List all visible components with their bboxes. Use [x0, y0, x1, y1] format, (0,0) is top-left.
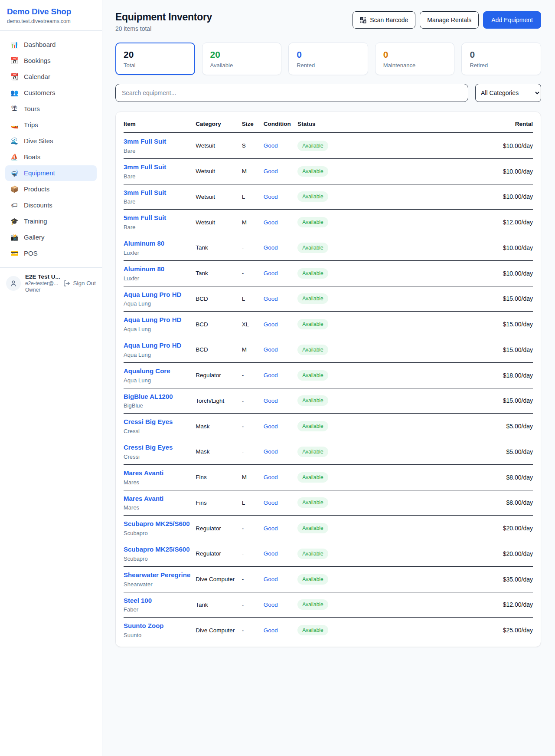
trips-icon: 🚤 [10, 121, 19, 129]
stat-card-retired[interactable]: 0 Retired [461, 43, 541, 75]
item-condition-link[interactable]: Good [264, 474, 278, 480]
scan-barcode-button[interactable]: Scan Barcode [353, 11, 415, 29]
sidebar-item-gallery[interactable]: 📸 Gallery [5, 230, 97, 245]
sidebar-item-products[interactable]: 📦 Products [5, 181, 97, 197]
bookings-icon: 📅 [10, 57, 19, 65]
logout-icon [63, 280, 70, 287]
item-condition-link[interactable]: Good [264, 550, 278, 557]
sidebar-item-boats[interactable]: ⛵ Boats [5, 149, 97, 165]
item-name-link[interactable]: Cressi Big Eyes [124, 444, 196, 452]
item-name-link[interactable]: Aqua Lung Pro HD [124, 291, 196, 299]
item-rental: $10.00/day [366, 260, 533, 286]
item-name-link[interactable]: Scubapro MK25/S600 [124, 520, 196, 528]
item-brand: Aqua Lung [124, 352, 196, 358]
item-size: - [242, 618, 264, 643]
item-condition-link[interactable]: Good [264, 448, 278, 455]
sidebar-item-trips[interactable]: 🚤 Trips [5, 117, 97, 133]
item-name-link[interactable]: Aqualung Core [124, 367, 196, 375]
item-size: - [242, 388, 264, 414]
sidebar-item-label: Tours [24, 105, 40, 113]
sidebar-item-customers[interactable]: 👥 Customers [5, 85, 97, 101]
item-name-link[interactable]: Mares Avanti [124, 469, 196, 477]
item-condition-link[interactable]: Good [264, 346, 278, 353]
item-name-link[interactable]: Scubapro MK25/S600 [124, 546, 196, 554]
item-name-link[interactable]: BigBlue AL1200 [124, 393, 196, 401]
sidebar-item-dive-sites[interactable]: 🌊 Dive Sites [5, 133, 97, 149]
item-brand: Bare [124, 198, 196, 205]
item-rental: $15.00/day [366, 337, 533, 363]
search-input[interactable] [115, 84, 468, 102]
item-condition-link[interactable]: Good [264, 602, 278, 608]
item-category: Tank [196, 235, 242, 261]
sign-out-button[interactable]: Sign Out [63, 280, 96, 287]
item-name-link[interactable]: Aluminum 80 [124, 265, 196, 273]
item-name-link[interactable]: Mares Avanti [124, 495, 196, 503]
brand-domain: demo.test.divestreams.com [7, 18, 95, 24]
item-name-link[interactable]: Cressi Big Eyes [124, 418, 196, 426]
item-condition-link[interactable]: Good [264, 627, 278, 634]
item-rental: $8.00/day [366, 464, 533, 490]
sidebar-item-pos[interactable]: 💳 POS [5, 246, 97, 261]
table-row: Cressi Big Eyes Cressi Mask - Good Avail… [124, 414, 533, 439]
sidebar-item-discounts[interactable]: 🏷 Discounts [5, 197, 97, 213]
item-category: Wetsuit [196, 158, 242, 184]
item-brand: Scubapro [124, 555, 196, 562]
stat-label-maintenance: Maintenance [383, 62, 447, 69]
item-name-link[interactable]: Suunto Zoop [124, 622, 196, 630]
item-name-link[interactable]: Aqua Lung Pro HD [124, 342, 196, 350]
sidebar-item-equipment[interactable]: 🤿 Equipment [5, 165, 97, 181]
item-condition-link[interactable]: Good [264, 500, 278, 506]
item-category: Regulator [196, 362, 242, 388]
item-name-link[interactable]: Aluminum 80 [124, 240, 196, 248]
manage-rentals-button[interactable]: Manage Rentals [420, 11, 479, 29]
item-name-link[interactable]: 3mm Full Suit [124, 138, 196, 146]
item-condition-link[interactable]: Good [264, 296, 278, 302]
item-rental: $25.00/day [366, 618, 533, 643]
equipment-icon: 🤿 [10, 169, 19, 177]
item-size: XL [242, 312, 264, 337]
sidebar-item-bookings[interactable]: 📅 Bookings [5, 53, 97, 69]
item-condition-link[interactable]: Good [264, 576, 278, 582]
stat-card-available[interactable]: 20 Available [202, 43, 282, 75]
user-name: E2E Test U... [25, 273, 59, 280]
category-select[interactable]: All Categories [475, 84, 541, 102]
sidebar-item-label: POS [24, 250, 38, 257]
sidebar-item-label: Trips [24, 121, 38, 129]
sidebar-item-dashboard[interactable]: 📊 Dashboard [5, 37, 97, 53]
item-condition-link[interactable]: Good [264, 321, 278, 328]
stat-value-available: 20 [210, 49, 274, 60]
status-badge: Available [297, 293, 328, 304]
status-badge: Available [297, 549, 328, 559]
status-badge: Available [297, 395, 328, 406]
brand-title[interactable]: Demo Dive Shop [7, 7, 95, 16]
item-condition-link[interactable]: Good [264, 270, 278, 276]
item-name-link[interactable]: 5mm Full Suit [124, 214, 196, 222]
item-condition-link[interactable]: Good [264, 244, 278, 251]
item-name-link[interactable]: Aqua Lung Pro HD [124, 316, 196, 324]
item-brand: Aqua Lung [124, 377, 196, 384]
sidebar-item-training[interactable]: 🎓 Training [5, 214, 97, 229]
add-equipment-button[interactable]: Add Equipment [483, 11, 541, 29]
item-rental: $12.00/day [366, 210, 533, 235]
item-name-link[interactable]: 3mm Full Suit [124, 163, 196, 171]
item-condition-link[interactable]: Good [264, 219, 278, 226]
sidebar-item-tours[interactable]: 🏝 Tours [5, 101, 97, 117]
stat-card-maintenance[interactable]: 0 Maintenance [375, 43, 455, 75]
item-condition-link[interactable]: Good [264, 194, 278, 200]
main-content: Equipment Inventory 20 items total [102, 0, 555, 647]
item-condition-link[interactable]: Good [264, 372, 278, 378]
stat-card-total[interactable]: 20 Total [115, 43, 195, 75]
stat-card-rented[interactable]: 0 Rented [288, 43, 368, 75]
sidebar-item-calendar[interactable]: 📆 Calendar [5, 69, 97, 85]
item-condition-link[interactable]: Good [264, 398, 278, 404]
item-condition-link[interactable]: Good [264, 168, 278, 174]
item-name-link[interactable]: Shearwater Peregrine [124, 571, 196, 579]
sidebar-item-label: Customers [24, 89, 56, 97]
item-rental: $12.00/day [366, 592, 533, 618]
item-category: Mask [196, 414, 242, 439]
item-condition-link[interactable]: Good [264, 142, 278, 149]
item-name-link[interactable]: Steel 100 [124, 597, 196, 605]
item-condition-link[interactable]: Good [264, 525, 278, 532]
item-name-link[interactable]: 3mm Full Suit [124, 189, 196, 197]
item-condition-link[interactable]: Good [264, 423, 278, 430]
